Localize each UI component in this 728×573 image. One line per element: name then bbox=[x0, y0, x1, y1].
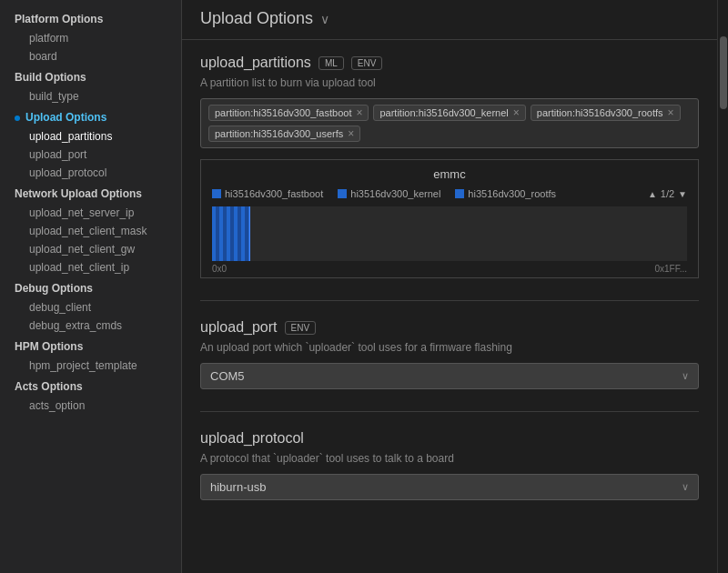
tag-t2: partition:hi3516dv300_kernel× bbox=[373, 105, 525, 121]
upload-partitions-section: upload_partitions ML ENV A partition lis… bbox=[200, 55, 699, 278]
sidebar-item-upload_partitions[interactable]: upload_partitions bbox=[0, 127, 181, 146]
divider-2 bbox=[200, 411, 699, 412]
sidebar-item-upload_net_server_ip[interactable]: upload_net_server_ip bbox=[0, 204, 181, 222]
upload-partitions-description: A partition list to burn via upload tool bbox=[200, 76, 699, 89]
sidebar-item-board[interactable]: board bbox=[0, 47, 181, 65]
dropdown-arrow-icon-2: ∨ bbox=[682, 481, 689, 493]
tag-t4: partition:hi3516dv300_userfs× bbox=[208, 126, 360, 142]
main-content: Upload Options ∨ upload_partitions ML EN… bbox=[182, 0, 717, 573]
legend-item-l1: hi3516dv300_fastboot bbox=[212, 188, 323, 199]
page-title: Upload Options bbox=[200, 9, 313, 28]
sidebar-item-upload_protocol[interactable]: upload_protocol bbox=[0, 164, 181, 182]
sidebar-section-acts-options[interactable]: Acts Options bbox=[0, 375, 181, 397]
chart-container: emmc hi3516dv300_fastboothi3516dv300_ker… bbox=[200, 159, 699, 278]
legend-item-l3: hi3516dv300_rootfs bbox=[455, 188, 556, 199]
legend-color-swatch bbox=[212, 189, 221, 198]
upload-port-title: upload_port bbox=[200, 319, 278, 336]
sidebar-item-debug_extra_cmds[interactable]: debug_extra_cmds bbox=[0, 317, 181, 335]
legend-color-swatch bbox=[455, 189, 464, 198]
chart-nav: ▲1/2▼ bbox=[648, 188, 687, 199]
legend-item-l2: hi3516dv300_kernel bbox=[338, 188, 440, 199]
active-dot-icon bbox=[15, 116, 20, 121]
sidebar-item-upload_port[interactable]: upload_port bbox=[0, 146, 181, 164]
ml-badge[interactable]: ML bbox=[318, 56, 344, 70]
upload-port-dropdown[interactable]: COM5 ∨ bbox=[200, 363, 699, 389]
tag-close-icon[interactable]: × bbox=[513, 107, 520, 118]
legend-label: hi3516dv300_kernel bbox=[350, 188, 440, 199]
upload-protocol-section: upload_protocol A protocol that `uploade… bbox=[200, 430, 699, 500]
upload-partitions-title: upload_partitions bbox=[200, 55, 311, 71]
chart-legend: hi3516dv300_fastboothi3516dv300_kernelhi… bbox=[201, 188, 698, 199]
sidebar-item-debug_client[interactable]: debug_client bbox=[0, 298, 181, 317]
sidebar-section-hpm-options[interactable]: HPM Options bbox=[0, 335, 181, 357]
upload-port-env-badge[interactable]: ENV bbox=[285, 321, 317, 335]
sidebar-section-build-options[interactable]: Build Options bbox=[0, 65, 181, 87]
sidebar-item-upload_net_client_ip[interactable]: upload_net_client_ip bbox=[0, 258, 181, 276]
legend-label: hi3516dv300_rootfs bbox=[468, 188, 556, 199]
tag-close-icon[interactable]: × bbox=[348, 128, 354, 139]
sidebar-section-upload-options[interactable]: Upload Options bbox=[0, 106, 181, 127]
upload-protocol-description: A protocol that `uploader` tool uses to … bbox=[200, 452, 699, 465]
divider-1 bbox=[200, 300, 699, 301]
legend-label: hi3516dv300_fastboot bbox=[225, 188, 323, 199]
tag-close-icon[interactable]: × bbox=[668, 107, 674, 118]
upload-protocol-value: hiburn-usb bbox=[210, 480, 266, 494]
tag-t1: partition:hi3516dv300_fastboot× bbox=[208, 105, 369, 121]
scrollbar-thumb[interactable] bbox=[720, 36, 727, 109]
chart-axis: 0x0 0x1FF... bbox=[201, 261, 698, 274]
upload-protocol-title: upload_protocol bbox=[200, 430, 304, 447]
upload-partitions-title-row: upload_partitions ML ENV bbox=[200, 55, 699, 71]
sidebar-item-hpm_project_template[interactable]: hpm_project_template bbox=[0, 357, 181, 375]
tag-label: partition:hi3516dv300_userfs bbox=[215, 128, 343, 139]
chart-title: emmc bbox=[201, 167, 698, 181]
tag-label: partition:hi3516dv300_fastboot bbox=[215, 107, 351, 118]
axis-start: 0x0 bbox=[212, 264, 227, 274]
chart-bar bbox=[212, 206, 250, 261]
sidebar-item-upload_net_client_gw[interactable]: upload_net_client_gw bbox=[0, 240, 181, 258]
sidebar-item-platform[interactable]: platform bbox=[0, 29, 181, 47]
chart-prev-button[interactable]: ▲ bbox=[648, 189, 657, 199]
env-badge[interactable]: ENV bbox=[351, 56, 383, 70]
tag-label: partition:hi3516dv300_rootfs bbox=[537, 107, 663, 118]
sidebar-item-upload_net_client_mask[interactable]: upload_net_client_mask bbox=[0, 222, 181, 240]
axis-end: 0x1FF... bbox=[654, 264, 687, 274]
chart-bar-area bbox=[212, 206, 687, 261]
upload-protocol-dropdown[interactable]: hiburn-usb ∨ bbox=[200, 474, 699, 500]
upload-port-value: COM5 bbox=[210, 369, 245, 383]
scrollbar-track[interactable] bbox=[717, 0, 728, 573]
tag-input-area[interactable]: partition:hi3516dv300_fastboot×partition… bbox=[200, 98, 699, 148]
content-area: upload_partitions ML ENV A partition lis… bbox=[182, 40, 717, 537]
upload-port-title-row: upload_port ENV bbox=[200, 319, 699, 336]
chart-page-label: 1/2 bbox=[661, 188, 674, 199]
sidebar-section-debug-options[interactable]: Debug Options bbox=[0, 276, 181, 298]
main-header: Upload Options ∨ bbox=[182, 0, 717, 40]
sidebar-item-build_type[interactable]: build_type bbox=[0, 87, 181, 106]
sidebar-section-network-upload-options[interactable]: Network Upload Options bbox=[0, 182, 181, 204]
tag-t3: partition:hi3516dv300_rootfs× bbox=[531, 105, 681, 121]
tag-label: partition:hi3516dv300_kernel bbox=[379, 107, 508, 118]
upload-protocol-title-row: upload_protocol bbox=[200, 430, 699, 447]
upload-port-section: upload_port ENV An upload port which `up… bbox=[200, 319, 699, 389]
tag-close-icon[interactable]: × bbox=[356, 107, 362, 118]
sidebar-section-platform-options[interactable]: Platform Options bbox=[0, 7, 181, 29]
upload-port-description: An upload port which `uploader` tool use… bbox=[200, 341, 699, 354]
sidebar: Platform OptionsplatformboardBuild Optio… bbox=[0, 0, 182, 573]
legend-color-swatch bbox=[338, 189, 347, 198]
sidebar-item-acts_option[interactable]: acts_option bbox=[0, 397, 181, 415]
dropdown-arrow-icon: ∨ bbox=[682, 370, 689, 382]
chart-next-button[interactable]: ▼ bbox=[678, 189, 687, 199]
chevron-down-icon[interactable]: ∨ bbox=[320, 12, 329, 26]
